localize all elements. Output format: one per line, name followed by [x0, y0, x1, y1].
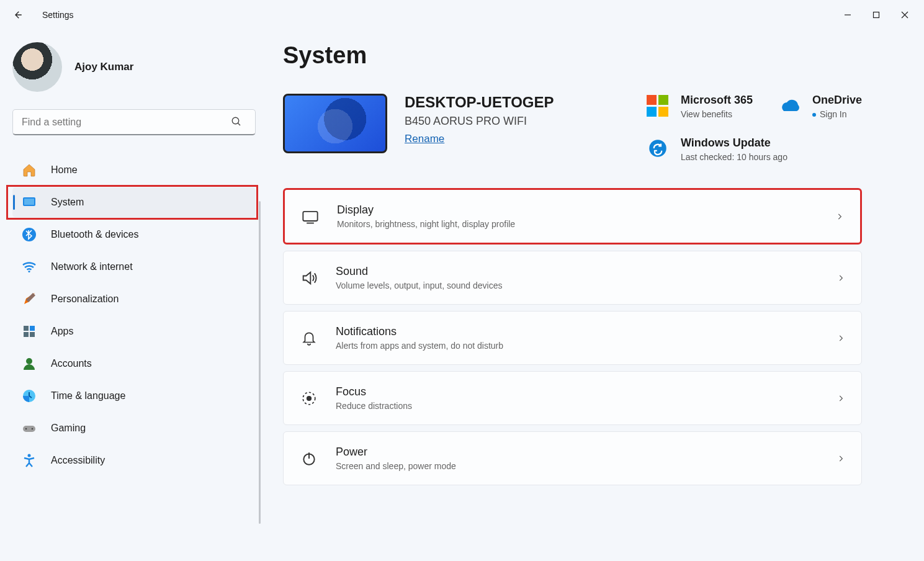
nav-home[interactable]: Home [12, 155, 256, 185]
setting-title: Focus [336, 385, 412, 398]
back-button[interactable] [5, 2, 30, 27]
nav-accessibility[interactable]: Accessibility [12, 446, 256, 475]
bluetooth-icon [21, 227, 37, 243]
nav-gaming[interactable]: Gaming [12, 413, 256, 443]
svg-rect-8 [24, 326, 29, 331]
setting-sub: Volume levels, output, input, sound devi… [336, 280, 503, 290]
avatar [12, 42, 62, 92]
nav-label: System [51, 197, 84, 208]
setting-title: Notifications [336, 325, 503, 338]
setting-sub: Screen and sleep, power mode [336, 461, 456, 471]
setting-title: Sound [336, 265, 503, 278]
svg-point-2 [232, 117, 239, 124]
svg-point-12 [26, 358, 32, 364]
maximize-button[interactable] [862, 5, 890, 25]
nav-system[interactable]: System [12, 187, 256, 217]
home-icon [21, 162, 37, 178]
focus-icon [300, 389, 318, 408]
ms365-title: Microsoft 365 [681, 94, 753, 107]
nav-label: Home [51, 164, 78, 176]
titlebar: Settings [0, 0, 924, 30]
onedrive-card[interactable]: OneDriveSign In [778, 94, 862, 119]
svg-rect-11 [30, 332, 35, 337]
svg-line-3 [238, 123, 240, 125]
svg-point-6 [22, 228, 36, 241]
nav-label: Accessibility [51, 455, 105, 466]
update-card[interactable]: Windows UpdateLast checked: 10 hours ago [646, 137, 862, 162]
setting-display[interactable]: DisplayMonitors, brightness, night light… [283, 188, 862, 245]
setting-focus[interactable]: FocusReduce distractions [283, 371, 862, 425]
svg-rect-19 [303, 211, 317, 220]
update-title: Windows Update [681, 137, 787, 150]
back-arrow-icon [12, 9, 23, 20]
display-icon [301, 207, 320, 226]
device-model: B450 AORUS PRO WIFI [405, 115, 554, 128]
chevron-right-icon [835, 212, 844, 221]
clock-icon [21, 388, 37, 404]
device-thumbnail[interactable] [283, 94, 387, 153]
setting-title: Display [337, 204, 515, 217]
setting-sub: Alerts from apps and system, do not dist… [336, 341, 503, 351]
onedrive-sub: Sign In [820, 109, 847, 119]
nav-apps[interactable]: Apps [12, 316, 256, 346]
wifi-icon [21, 259, 37, 275]
status-dot-icon [812, 113, 816, 117]
device-section: DESKTOP-UETOGEP B450 AORUS PRO WIFI Rena… [283, 94, 862, 162]
svg-point-16 [32, 428, 34, 430]
person-icon [21, 356, 37, 372]
minimize-button[interactable] [833, 5, 862, 25]
nav-label: Time & language [51, 390, 125, 402]
setting-sound[interactable]: SoundVolume levels, output, input, sound… [283, 251, 862, 305]
nav-personalization[interactable]: Personalization [12, 284, 256, 314]
device-info: DESKTOP-UETOGEP B450 AORUS PRO WIFI Rena… [405, 94, 554, 145]
nav-label: Apps [51, 326, 73, 337]
chevron-right-icon [837, 274, 845, 282]
ms-logo-icon [646, 94, 670, 117]
svg-rect-14 [23, 426, 35, 432]
minimize-icon [844, 11, 851, 19]
nav-accounts[interactable]: Accounts [12, 349, 256, 379]
close-button[interactable] [890, 5, 919, 25]
sound-icon [300, 269, 318, 287]
accessibility-icon [21, 452, 37, 469]
search-input[interactable] [12, 109, 256, 135]
gamepad-icon [21, 420, 37, 436]
settings-list: DisplayMonitors, brightness, night light… [283, 188, 862, 485]
sidebar-scrollbar[interactable] [259, 201, 261, 524]
apps-icon [21, 323, 37, 339]
svg-point-17 [28, 454, 31, 457]
brush-icon [21, 291, 37, 307]
page-title: System [283, 42, 862, 69]
ms365-card[interactable]: Microsoft 365View benefits [646, 94, 753, 119]
user-name: Ajoy Kumar [74, 61, 133, 73]
search-icon [231, 116, 242, 127]
maximize-icon [872, 11, 880, 19]
sidebar: Ajoy Kumar Home System Bluetooth & devic… [0, 30, 261, 561]
svg-point-15 [25, 428, 27, 430]
highlight-box [6, 185, 258, 220]
setting-sub: Reduce distractions [336, 401, 412, 411]
user-profile[interactable]: Ajoy Kumar [12, 42, 253, 92]
rename-link[interactable]: Rename [405, 133, 444, 145]
update-icon [646, 137, 670, 160]
nav-bluetooth[interactable]: Bluetooth & devices [12, 220, 256, 249]
bell-icon [300, 329, 318, 348]
svg-rect-1 [874, 12, 879, 18]
nav-label: Network & internet [51, 261, 133, 272]
setting-sub: Monitors, brightness, night light, displ… [337, 219, 515, 229]
nav-network[interactable]: Network & internet [12, 252, 256, 282]
setting-notifications[interactable]: NotificationsAlerts from apps and system… [283, 311, 862, 365]
setting-power[interactable]: PowerScreen and sleep, power mode [283, 431, 862, 485]
svg-point-7 [28, 271, 30, 272]
chevron-right-icon [837, 394, 845, 403]
setting-title: Power [336, 446, 456, 459]
svg-rect-9 [30, 326, 35, 331]
onedrive-title: OneDrive [812, 94, 862, 107]
svg-point-22 [307, 396, 312, 400]
nav-time[interactable]: Time & language [12, 381, 256, 411]
system-icon [21, 194, 37, 210]
update-sub: Last checked: 10 hours ago [681, 152, 787, 162]
device-name: DESKTOP-UETOGEP [405, 94, 554, 111]
ms365-sub: View benefits [681, 109, 753, 119]
main-content: System DESKTOP-UETOGEP B450 AORUS PRO WI… [261, 30, 924, 561]
